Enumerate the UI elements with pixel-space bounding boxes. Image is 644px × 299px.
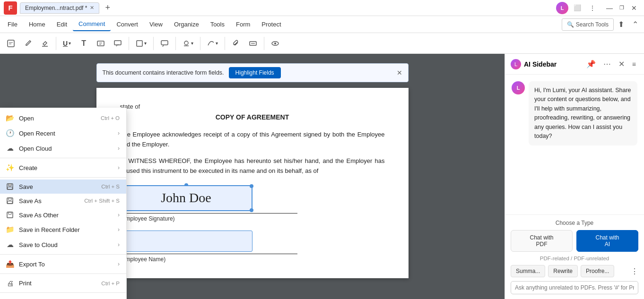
ai-action-buttons: Summa... Rewrite Proofre... ⋮ bbox=[511, 265, 638, 277]
fm-open[interactable]: 📂 Open Ctrl + O bbox=[0, 111, 126, 126]
fm-divider-5 bbox=[0, 292, 126, 293]
fm-save-recent[interactable]: 📁 Save in Recent Folder › bbox=[0, 222, 126, 237]
callout-tool[interactable] bbox=[110, 35, 126, 51]
pen-dropdown-icon[interactable]: ▾ bbox=[216, 41, 218, 46]
fm-divider-3 bbox=[0, 254, 126, 255]
fm-export[interactable]: 📤 Export To › bbox=[0, 256, 126, 272]
pdf-signature-area: John Doe (Employee Signature) (Employee … bbox=[120, 185, 385, 264]
fm-open-cloud[interactable]: ☁ Open Cloud › bbox=[0, 141, 126, 156]
ai-actions-more-icon[interactable]: ⋮ bbox=[631, 267, 638, 276]
notification-close-icon[interactable]: ✕ bbox=[397, 69, 402, 77]
eye-tool[interactable] bbox=[267, 35, 283, 51]
fm-save-cloud[interactable]: ☁ Save to Cloud › bbox=[0, 237, 126, 252]
export-arrow: › bbox=[118, 261, 120, 267]
chat-ai-button[interactable]: Chat with AI bbox=[576, 230, 638, 252]
cloud-upload-button[interactable]: ⬆ bbox=[614, 17, 628, 32]
signature-box[interactable]: John Doe bbox=[120, 185, 252, 211]
titlebar: F Employmen...ntract.pdf * ✕ + L ⬜ ⋮ — ❐… bbox=[0, 0, 644, 16]
fm-divider-1 bbox=[0, 158, 126, 158]
fm-save[interactable]: Save Ctrl + S bbox=[0, 179, 126, 194]
ai-sidebar-close-button[interactable]: ✕ bbox=[616, 59, 627, 69]
ai-sidebar-settings-button[interactable]: ≡ bbox=[630, 60, 638, 69]
attach-tool[interactable] bbox=[228, 35, 244, 51]
ai-sidebar-more-button[interactable]: ⋯ bbox=[601, 59, 613, 69]
stamp-dropdown-icon[interactable]: ▾ bbox=[191, 41, 193, 46]
minimize-button[interactable]: — bbox=[603, 2, 616, 14]
signature-text: John Doe bbox=[161, 188, 211, 209]
sig-label: (Employee Signature) bbox=[120, 214, 385, 223]
new-tab-button[interactable]: + bbox=[102, 3, 113, 13]
active-tab[interactable]: Employmen...ntract.pdf * ✕ bbox=[20, 2, 99, 14]
text-field-tool[interactable] bbox=[245, 35, 261, 51]
menu-tools[interactable]: Tools bbox=[205, 18, 230, 31]
menubar: File Home Edit Comment Convert View Orga… bbox=[0, 16, 644, 33]
proofread-button[interactable]: Proofre... bbox=[581, 265, 614, 277]
stamp-tool[interactable]: ▾ bbox=[179, 35, 197, 51]
close-tab-icon[interactable]: ✕ bbox=[90, 5, 94, 11]
summarize-button[interactable]: Summa... bbox=[511, 265, 545, 277]
options-button[interactable]: ⋮ bbox=[586, 2, 599, 14]
highlight-fields-button[interactable]: Highlight Fields bbox=[229, 67, 281, 78]
textbox-tool[interactable] bbox=[93, 35, 109, 51]
tab-label: Employmen...ntract.pdf * bbox=[25, 5, 87, 11]
sig-handle-tr[interactable] bbox=[250, 184, 253, 188]
profile-avatar[interactable]: L bbox=[556, 2, 568, 14]
save-as-other-arrow: › bbox=[118, 212, 120, 218]
ai-sidebar-lumi-icon: L bbox=[511, 59, 521, 69]
menu-view[interactable]: View bbox=[144, 18, 168, 31]
sig-handle-br[interactable] bbox=[250, 208, 253, 212]
file-menu: 📂 Open Ctrl + O 🕐 Open Recent › ☁ Open C… bbox=[0, 108, 127, 299]
app-icon: F bbox=[4, 1, 17, 15]
annotate-tool[interactable] bbox=[20, 35, 36, 51]
open-cloud-icon: ☁ bbox=[5, 144, 15, 153]
fm-save-as-other[interactable]: Save As Other › bbox=[0, 208, 126, 222]
lumi-bubble: Hi, I'm Lumi, your AI assistant. Share y… bbox=[529, 81, 637, 145]
svg-rect-10 bbox=[9, 184, 11, 186]
text-tool[interactable]: T bbox=[76, 35, 92, 51]
menu-edit[interactable]: Edit bbox=[51, 18, 73, 31]
name-box[interactable] bbox=[120, 231, 252, 252]
svg-point-5 bbox=[184, 41, 188, 45]
menu-comment[interactable]: Comment bbox=[73, 17, 111, 31]
underline-tool[interactable]: U ▾ bbox=[59, 35, 75, 51]
restore-down-button[interactable]: ⬜ bbox=[571, 2, 583, 14]
search-tools-button[interactable]: 🔍 Search Tools bbox=[562, 18, 614, 31]
underline-dropdown-icon[interactable]: ▾ bbox=[69, 41, 71, 46]
shape-tool[interactable]: ▾ bbox=[132, 35, 150, 51]
search-icon: 🔍 bbox=[567, 21, 574, 28]
rewrite-button[interactable]: Rewrite bbox=[548, 265, 578, 277]
name-label: (Employee Name) bbox=[120, 255, 385, 264]
notification-bar: This document contains interactive form … bbox=[96, 63, 409, 82]
comment-tool[interactable] bbox=[157, 35, 173, 51]
menu-convert[interactable]: Convert bbox=[111, 18, 144, 31]
fm-create[interactable]: ✨ Create › bbox=[0, 160, 126, 175]
menu-file[interactable]: File bbox=[2, 18, 23, 31]
ai-input[interactable] bbox=[515, 284, 634, 291]
save-cloud-arrow: › bbox=[118, 241, 120, 248]
svg-point-8 bbox=[274, 43, 276, 44]
menu-organize[interactable]: Organize bbox=[168, 18, 205, 31]
shape-dropdown-icon[interactable]: ▾ bbox=[144, 41, 147, 46]
fm-open-recent[interactable]: 🕐 Open Recent › bbox=[0, 126, 126, 141]
collapse-button[interactable]: ⌃ bbox=[628, 17, 642, 32]
menu-protect[interactable]: Protect bbox=[256, 18, 287, 31]
pdf-para-2: IN WITNESS WHEREOF, the Employee has her… bbox=[120, 156, 385, 176]
pen-tool[interactable]: ▾ bbox=[203, 35, 222, 51]
close-button[interactable]: ✕ bbox=[628, 2, 640, 14]
restore-button[interactable]: ❐ bbox=[616, 2, 628, 14]
fm-print[interactable]: 🖨 Print Ctrl + P bbox=[0, 276, 126, 290]
menu-form[interactable]: Form bbox=[230, 18, 256, 31]
ai-sidebar-header: L AI Sidebar 📌 ⋯ ✕ ≡ bbox=[505, 54, 644, 75]
ai-sidebar-pin-button[interactable]: 📌 bbox=[584, 59, 598, 69]
fm-save-as[interactable]: Save As Ctrl + Shift + S bbox=[0, 194, 126, 208]
select-page-tool[interactable] bbox=[3, 35, 19, 51]
signature-container: John Doe bbox=[120, 185, 252, 211]
menu-home[interactable]: Home bbox=[23, 18, 51, 31]
ai-input-row bbox=[511, 281, 638, 294]
svg-rect-2 bbox=[114, 41, 121, 45]
fm-properties[interactable]: ℹ Properties Ctrl + D bbox=[0, 295, 126, 299]
svg-rect-16 bbox=[9, 212, 11, 214]
chat-pdf-button[interactable]: Chat with PDF bbox=[511, 230, 573, 252]
lumi-message: L Hi, I'm Lumi, your AI assistant. Share… bbox=[512, 81, 637, 145]
eraser-tool[interactable] bbox=[37, 35, 53, 51]
